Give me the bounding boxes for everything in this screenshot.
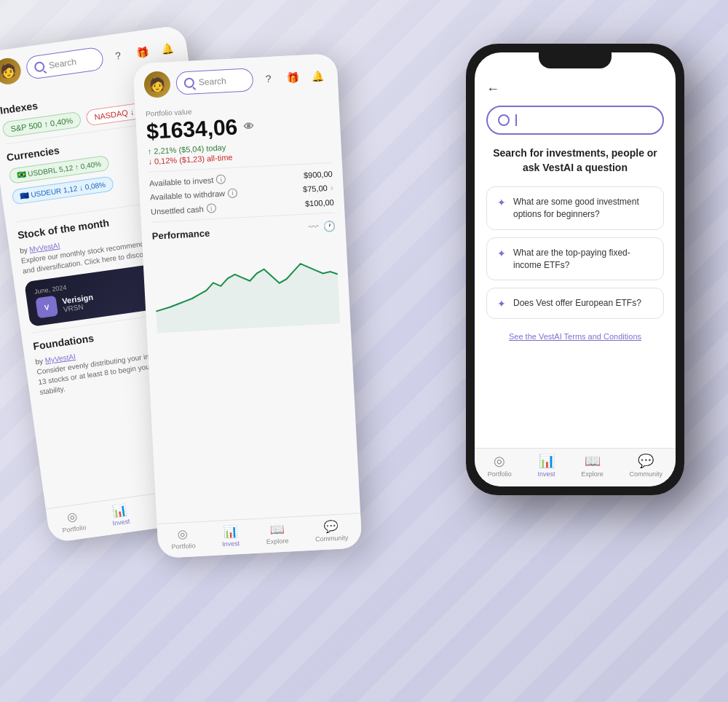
chevron-right-icon: ›: [330, 183, 333, 193]
nav-explore-s3[interactable]: 📖 Explore: [581, 453, 604, 478]
community-icon-s2: 💬: [323, 519, 339, 534]
suggestion-text-2: What are the top-paying fixed-income ETF…: [513, 247, 653, 272]
unsettled-cash-label: Unsettled cash i: [151, 203, 216, 216]
back-arrow-icon: ←: [486, 82, 499, 97]
available-withdraw-label: Available to withdraw i: [150, 188, 238, 202]
terms-link[interactable]: See the VestAI Terms and Conditions: [486, 332, 664, 341]
gift-icon-s2[interactable]: 🎁: [283, 68, 303, 87]
question-icon[interactable]: ?: [108, 45, 129, 66]
suggestion-card-3[interactable]: ✦ Does Vest offer European ETFs?: [486, 288, 664, 319]
question-icon-s2[interactable]: ?: [258, 68, 278, 88]
screen3-bottom-nav: ◎ Portfolio 📊 Invest 📖 Explore 💬 Communi…: [475, 448, 676, 486]
invest-icon-s1: 📊: [111, 502, 127, 518]
eye-icon[interactable]: 👁: [243, 120, 254, 133]
screen-2-portfolio: 🧑 Search ? 🎁 🔔 Portfolio value $1634,06 …: [132, 53, 362, 559]
chart-line-icon[interactable]: 〰: [308, 221, 319, 234]
nav-portfolio-s2[interactable]: ◎ Portfolio: [170, 526, 196, 551]
nav-invest-label-s1: Invest: [112, 518, 130, 527]
nav-invest-label-s2: Invest: [222, 540, 240, 548]
community-icon-s3: 💬: [638, 453, 654, 469]
search-icon-screen3: [498, 114, 510, 126]
stock-card-left: June, 2024 V Verisign VRSN: [34, 280, 95, 319]
nav-portfolio-label-s2: Portfolio: [171, 542, 196, 551]
text-cursor: [515, 114, 517, 126]
nav-invest-s1[interactable]: 📊 Invest: [110, 502, 130, 527]
suggestion-card-2[interactable]: ✦ What are the top-paying fixed-income E…: [486, 237, 664, 281]
search-bar-screen1[interactable]: Search: [25, 47, 104, 80]
suggestion-star-3: ✦: [497, 298, 506, 309]
header-icons-screen2: ? 🎁 🔔: [258, 66, 328, 89]
avatar-screen1: 🧑: [0, 57, 23, 87]
nav-portfolio-label-s1: Portfolio: [62, 524, 87, 534]
nav-explore-label-s3: Explore: [581, 470, 604, 478]
invest-icon-s2: 📊: [223, 524, 238, 539]
nav-explore-s2[interactable]: 📖 Explore: [265, 522, 288, 546]
available-invest-val: $900,00: [304, 169, 333, 179]
nav-invest-s3[interactable]: 📊 Invest: [538, 453, 555, 478]
chart-area: [154, 261, 340, 333]
available-invest-label: Available to invest i: [149, 174, 226, 188]
unsettled-cash-val: $100,00: [305, 197, 334, 208]
performance-title: Performance: [151, 227, 210, 241]
chart-svg: [153, 237, 341, 334]
search-icon-screen1: [33, 61, 45, 73]
nav-invest-s2[interactable]: 📊 Invest: [221, 524, 240, 548]
withdraw-val-row: $75,00 ›: [303, 183, 333, 194]
performance-chart: [153, 237, 341, 334]
nav-community-s2[interactable]: 💬 Community: [314, 518, 349, 543]
search-label-screen1: Search: [48, 57, 77, 71]
portfolio-icon-s2: ◎: [178, 527, 189, 542]
bell-icon-s2[interactable]: 🔔: [308, 66, 328, 86]
screen2-content: Portfolio value $1634,06 👁 ↑ 2,21% ($5,0…: [135, 94, 351, 339]
screen-3-phone: ← Search for investments, people or ask …: [466, 44, 684, 495]
nav-community-label-s2: Community: [315, 534, 349, 543]
back-arrow[interactable]: ←: [486, 82, 664, 97]
search-icon-screen2: [184, 77, 195, 88]
portfolio-icon-s1: ◎: [66, 510, 79, 525]
nav-community-s3[interactable]: 💬 Community: [630, 453, 663, 478]
screen3-content: ← Search for investments, people or ask …: [475, 52, 676, 486]
explore-icon-s3: 📖: [585, 453, 601, 469]
nav-community-label-s3: Community: [630, 470, 663, 478]
invest-icon-s3: 📊: [539, 453, 555, 469]
explore-icon-s2: 📖: [269, 522, 285, 537]
nav-portfolio-s3[interactable]: ◎ Portfolio: [488, 453, 512, 478]
info-icon-invest[interactable]: i: [216, 174, 226, 184]
perf-icons: 〰 🕐: [308, 221, 336, 234]
info-icon-withdraw[interactable]: i: [228, 188, 238, 198]
available-withdraw-val: $75,00: [303, 184, 328, 194]
suggestion-card-1[interactable]: ✦ What are some good investment options …: [486, 186, 664, 230]
search-label-screen2: Search: [198, 76, 226, 87]
portfolio-amount: $1634,06: [146, 114, 238, 144]
nav-portfolio-s1[interactable]: ◎ Portfolio: [60, 508, 87, 534]
screen3-inner: ← Search for investments, people or ask …: [475, 52, 676, 486]
suggestion-text-3: Does Vest offer European ETFs?: [513, 297, 641, 309]
gift-icon[interactable]: 🎁: [132, 42, 153, 63]
info-icon-cash[interactable]: i: [206, 203, 216, 213]
bell-icon[interactable]: 🔔: [157, 38, 178, 59]
nav-invest-label-s3: Invest: [538, 470, 555, 478]
nav-portfolio-label-s3: Portfolio: [488, 470, 512, 478]
stock-logo: V: [35, 296, 58, 319]
suggestion-text-1: What are some good investment options fo…: [513, 196, 653, 221]
search-bar-screen3[interactable]: [486, 106, 664, 135]
search-bar-screen2[interactable]: Search: [175, 68, 254, 95]
portfolio-icon-s3: ◎: [494, 453, 505, 469]
suggestion-star-2: ✦: [497, 248, 506, 259]
phone-notch: [539, 52, 612, 68]
suggestion-star-1: ✦: [497, 197, 506, 208]
search-prompt: Search for investments, people or ask Ve…: [486, 146, 664, 175]
nav-explore-label-s2: Explore: [266, 537, 289, 546]
clock-icon[interactable]: 🕐: [323, 221, 336, 233]
avatar-screen2: 🧑: [143, 71, 171, 98]
screen2-bottom-nav: ◎ Portfolio 📊 Invest 📖 Explore 💬 Communi…: [157, 513, 362, 559]
